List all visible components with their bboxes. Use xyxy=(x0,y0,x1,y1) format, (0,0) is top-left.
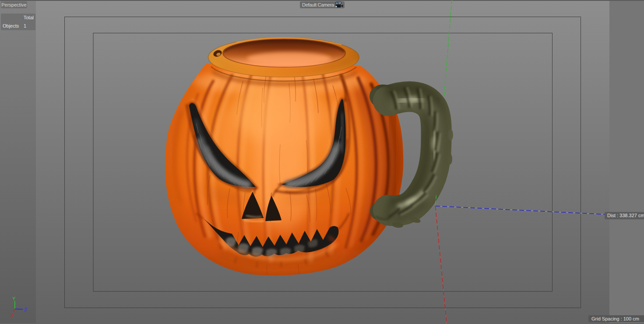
svg-text:X: X xyxy=(11,313,14,318)
svg-text:Y: Y xyxy=(12,296,16,301)
svg-text:Z: Z xyxy=(24,307,27,312)
